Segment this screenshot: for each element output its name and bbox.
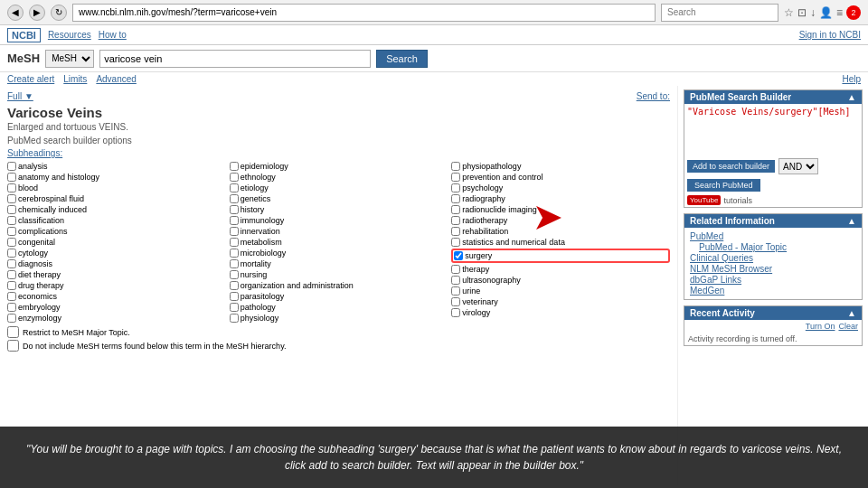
subheading-checkbox-genetics[interactable]	[230, 194, 239, 203]
recent-scroll-btn[interactable]: ▲	[847, 308, 856, 318]
subheading-checkbox-anatomy-and-histology[interactable]	[7, 173, 16, 182]
resources-link[interactable]: Resources	[48, 30, 91, 40]
boolean-operator-select[interactable]: AND OR NOT	[778, 158, 818, 174]
subheading-checkbox-nursing[interactable]	[230, 270, 239, 279]
subheading-checkbox-immunology[interactable]	[230, 216, 239, 225]
subheading-checkbox-psychology[interactable]	[451, 183, 460, 192]
reload-button[interactable]: ↻	[51, 5, 67, 21]
add-to-builder-button[interactable]: Add to search builder	[687, 160, 775, 173]
caption-bar: "You will be brought to a page with topi…	[0, 427, 868, 488]
subheading-checkbox-radionuclide-imaging[interactable]	[451, 205, 460, 214]
subheading-checkbox-enzymology[interactable]	[7, 314, 16, 323]
star-icon[interactable]: ☆	[784, 6, 794, 19]
subheading-checkbox-prevention-and-control[interactable]	[451, 173, 460, 182]
subheading-checkbox-virology[interactable]	[451, 308, 460, 317]
signin-link[interactable]: Sign in to NCBI	[799, 30, 861, 40]
bookmark-icon[interactable]: ⊡	[797, 6, 807, 19]
subheading-checkbox-diet-therapy[interactable]	[7, 270, 16, 279]
subheading-checkbox-microbiology[interactable]	[230, 249, 239, 258]
subheading-item: radionuclide imaging	[451, 205, 670, 214]
related-link-pubmed[interactable]: PubMed	[690, 231, 856, 241]
subheading-checkbox-cytology[interactable]	[7, 249, 16, 258]
include-checkbox[interactable]	[7, 340, 19, 352]
subheading-item: chemically induced	[7, 205, 226, 214]
limits-link[interactable]: Limits	[63, 74, 87, 84]
turn-on-link[interactable]: Turn On	[806, 322, 835, 331]
subheading-checkbox-ultrasonography[interactable]	[451, 276, 460, 285]
subheading-checkbox-organization-and-administration[interactable]	[230, 281, 239, 290]
ncbi-logo: NCBI	[7, 28, 41, 42]
subheading-item: pathology	[230, 303, 448, 312]
url-bar[interactable]	[72, 4, 656, 22]
subheading-label: urine	[462, 286, 480, 296]
subheading-label: enzymology	[18, 314, 61, 323]
subheading-checkbox-economics[interactable]	[7, 292, 16, 301]
forward-button[interactable]: ▶	[29, 5, 45, 21]
subheading-checkbox-physiology[interactable]	[230, 314, 239, 323]
subheading-item: statistics and numerical data	[451, 238, 670, 247]
subheading-item: metabolism	[230, 238, 448, 247]
subheading-checkbox-analysis[interactable]	[7, 162, 16, 171]
related-link-clinical-queries[interactable]: Clinical Queries	[690, 253, 856, 263]
subheading-checkbox-ethnology[interactable]	[230, 173, 239, 182]
subheading-checkbox-parasitology[interactable]	[230, 292, 239, 301]
back-button[interactable]: ◀	[7, 5, 24, 21]
related-scroll-btn[interactable]: ▲	[847, 216, 856, 226]
advanced-link[interactable]: Advanced	[96, 74, 136, 84]
subheading-checkbox-mortality[interactable]	[230, 259, 239, 268]
search-pubmed-button[interactable]: Search PubMed	[687, 179, 760, 192]
subheading-checkbox-urine[interactable]	[451, 286, 460, 296]
menu-icon[interactable]: ≡	[836, 6, 843, 19]
related-link-nlm-mesh-browser[interactable]: NLM MeSH Browser	[690, 264, 856, 274]
subheading-checkbox-chemically-induced[interactable]	[7, 205, 16, 214]
subheading-checkbox-classification[interactable]	[7, 216, 16, 225]
subheading-checkbox-blood[interactable]	[7, 183, 16, 192]
subheading-checkbox-diagnosis[interactable]	[7, 259, 16, 268]
subheading-checkbox-physiopathology[interactable]	[451, 162, 460, 171]
scroll-up-btn[interactable]: ▲	[847, 92, 856, 102]
related-link-pubmed---major-topic[interactable]: PubMed - Major Topic	[699, 242, 856, 252]
pubmed-builder-box: PubMed Search Builder ▲ "Varicose Veins/…	[684, 89, 863, 208]
subheading-checkbox-drug-therapy[interactable]	[7, 281, 16, 290]
subheading-checkbox-cerebrospinal-fluid[interactable]	[7, 194, 16, 203]
related-link-medgen[interactable]: MedGen	[690, 286, 856, 296]
person-icon[interactable]: 👤	[819, 6, 833, 19]
subheading-checkbox-innervation[interactable]	[230, 227, 239, 236]
mesh-search-button[interactable]: Search	[376, 50, 428, 68]
browser-search-input[interactable]	[661, 4, 778, 22]
subheading-checkbox-therapy[interactable]	[451, 265, 460, 274]
download-icon[interactable]: ↓	[810, 6, 816, 19]
related-link-dbgap-links[interactable]: dbGaP Links	[690, 275, 856, 285]
subheading-label: rehabilitation	[462, 227, 508, 236]
subheading-checkbox-surgery[interactable]	[454, 251, 463, 260]
full-dropdown[interactable]: Full ▼	[7, 91, 33, 101]
subheading-label: organization and administration	[241, 281, 354, 290]
subheading-checkbox-epidemiology[interactable]	[230, 162, 239, 171]
subheading-checkbox-veterinary[interactable]	[451, 297, 460, 306]
builder-textarea[interactable]: "Varicose Veins/surgery"[Mesh]	[684, 104, 862, 154]
subheading-checkbox-embryology[interactable]	[7, 303, 16, 312]
howto-link[interactable]: How to	[99, 30, 127, 40]
help-link[interactable]: Help	[842, 74, 861, 84]
subheading-checkbox-rehabilitation[interactable]	[451, 227, 460, 236]
subheading-checkbox-pathology[interactable]	[230, 303, 239, 312]
subheading-checkbox-statistics-and-numerical-data[interactable]	[451, 238, 460, 247]
clear-link[interactable]: Clear	[838, 322, 858, 331]
subheadings-link[interactable]: Subheadings:	[7, 148, 62, 158]
subheading-label: metabolism	[241, 238, 282, 247]
subheading-checkbox-etiology[interactable]	[230, 183, 239, 192]
send-to-link[interactable]: Send to:	[637, 91, 670, 101]
subheading-checkbox-metabolism[interactable]	[230, 238, 239, 247]
subheading-checkbox-history[interactable]	[230, 205, 239, 214]
subheading-checkbox-congenital[interactable]	[7, 238, 16, 247]
subheading-checkbox-radiotherapy[interactable]	[451, 216, 460, 225]
main-content: Full ▼ Send to: Varicose Veins Enlarged …	[0, 86, 868, 485]
mesh-search-input[interactable]	[99, 50, 371, 68]
subheading-item: anatomy and histology	[7, 173, 226, 182]
subheading-item: veterinary	[451, 297, 670, 306]
restrict-checkbox[interactable]	[7, 326, 19, 338]
subheading-checkbox-radiography[interactable]	[451, 194, 460, 203]
subheading-checkbox-complications[interactable]	[7, 227, 16, 236]
database-select[interactable]: MeSH	[45, 50, 94, 68]
create-alert-link[interactable]: Create alert	[7, 74, 54, 84]
